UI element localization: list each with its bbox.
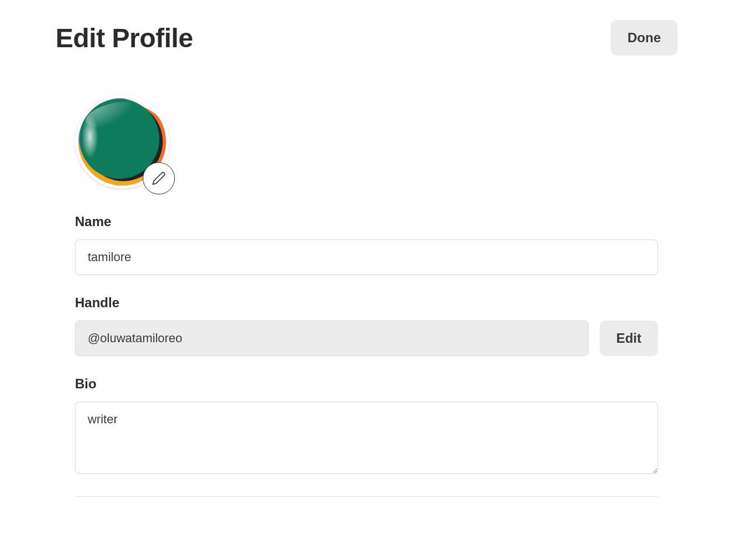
edit-handle-button[interactable]: Edit [600,321,658,356]
pencil-icon [152,171,166,186]
handle-display: @oluwatamiloreo [75,321,589,356]
handle-field-group: Handle @oluwatamiloreo Edit [75,295,658,356]
edit-avatar-button[interactable] [143,162,175,194]
avatar-container [75,94,169,189]
bio-textarea[interactable] [75,402,658,474]
bio-label: Bio [75,376,658,392]
handle-label: Handle [75,295,658,311]
name-field-group: Name [75,214,658,275]
page-title: Edit Profile [56,23,193,53]
name-label: Name [75,214,658,229]
bio-field-group: Bio [75,376,658,476]
name-input[interactable] [75,239,658,275]
done-button[interactable]: Done [611,20,677,56]
section-divider [75,496,658,497]
